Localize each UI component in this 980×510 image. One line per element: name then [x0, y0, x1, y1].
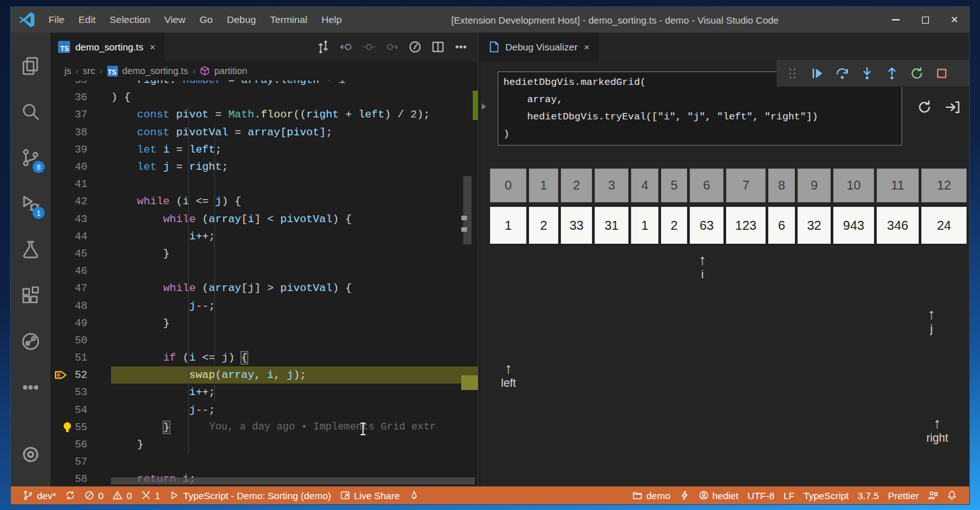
timer-button[interactable]	[406, 39, 423, 56]
activity-explorer[interactable]	[15, 43, 46, 89]
gutter[interactable]: 41	[50, 176, 111, 193]
ellipsis-button[interactable]	[452, 39, 469, 56]
menu-file[interactable]: File	[41, 7, 71, 33]
activity-run-and-debug[interactable]: 1	[15, 181, 46, 227]
code-line-44[interactable]: 44 i++;	[50, 228, 478, 245]
code-line-55[interactable]: 55 }You, a day ago • Implements Grid ext…	[50, 419, 478, 436]
gutter[interactable]: 49	[50, 315, 111, 332]
status-workspace[interactable]: demo	[628, 490, 675, 501]
gutter[interactable]: 37	[50, 106, 111, 123]
gutter[interactable]: 57	[50, 453, 111, 470]
menu-debug[interactable]: Debug	[219, 7, 263, 33]
tab-close-icon[interactable]: ×	[149, 41, 157, 52]
tab-demo-sorting[interactable]: TS demo_sorting.ts ×	[50, 33, 165, 61]
horizontal-scrollbar[interactable]	[111, 477, 475, 484]
scrollbar-grip[interactable]	[461, 216, 467, 220]
split-editor-button[interactable]	[429, 39, 446, 56]
activity-settings[interactable]	[15, 431, 46, 477]
compare-button[interactable]	[315, 39, 331, 56]
menu-view[interactable]: View	[157, 7, 192, 33]
menu-selection[interactable]: Selection	[103, 7, 158, 33]
menu-go[interactable]: Go	[193, 7, 220, 33]
status-feedback[interactable]	[923, 490, 942, 500]
code-line-49[interactable]: 49 }	[50, 315, 478, 332]
gutter[interactable]: 43	[50, 211, 111, 228]
menu-edit[interactable]: Edit	[71, 7, 103, 33]
gutter[interactable]: 53	[50, 384, 111, 401]
code-line-52[interactable]: 52 swap(array, i, j);	[50, 366, 478, 384]
code-line-35[interactable]: 35 right: number = array.length - 1	[50, 80, 478, 89]
gripper-button[interactable]	[783, 64, 802, 83]
status-formatter[interactable]: Prettier	[884, 490, 923, 501]
gutter[interactable]: 39	[50, 141, 111, 158]
gutter[interactable]: 35	[50, 80, 111, 89]
step-forward-button[interactable]	[383, 39, 400, 56]
step-back-button[interactable]	[338, 39, 354, 56]
status-live-share[interactable]: Live Share	[336, 490, 405, 501]
activity-debug-visualizer[interactable]	[15, 319, 46, 364]
code-line-48[interactable]: 48 j--;	[50, 297, 478, 314]
gutter[interactable]: 42	[50, 193, 111, 210]
maximize-button[interactable]	[910, 7, 940, 33]
gutter[interactable]: 52	[50, 366, 111, 384]
close-button[interactable]: ✕	[940, 7, 969, 33]
gutter[interactable]: 45	[50, 245, 111, 262]
code-line-45[interactable]: 45 }	[50, 245, 478, 262]
gutter[interactable]: 44	[50, 228, 111, 245]
status-warnings[interactable]: 0	[108, 490, 136, 501]
code-line-54[interactable]: 54 j--;	[50, 401, 478, 419]
scrollbar-grip[interactable]	[461, 227, 467, 232]
code-line-37[interactable]: 37 const pivot = Math.floor((right + lef…	[50, 106, 478, 123]
status-debug-config[interactable]: TypeScript - Demo: Sorting (demo)	[165, 490, 336, 501]
step-out-button[interactable]	[882, 64, 902, 83]
minimize-button[interactable]	[881, 7, 910, 33]
breadcrumb-item[interactable]: src	[83, 66, 95, 76]
status-errors[interactable]: 0	[80, 490, 108, 501]
code-line-41[interactable]: 41	[50, 176, 478, 193]
code-line-53[interactable]: 53 i++;	[50, 384, 478, 401]
breadcrumb-item[interactable]: partition	[214, 66, 248, 76]
activity-source-control[interactable]: 8	[15, 135, 46, 181]
gutter[interactable]: 56	[50, 436, 111, 453]
gutter[interactable]: 36	[50, 89, 111, 106]
gutter[interactable]: 48	[50, 297, 111, 314]
code-line-46[interactable]: 46	[50, 262, 478, 280]
status-sync[interactable]	[61, 490, 80, 500]
activity-extensions[interactable]	[15, 273, 46, 319]
menu-terminal[interactable]: Terminal	[263, 7, 315, 33]
breadcrumb[interactable]: js›src›TSdemo_sorting.ts›partition	[50, 61, 478, 80]
gutter[interactable]: 46	[50, 262, 111, 280]
tab-close-icon[interactable]: ×	[583, 41, 591, 52]
step-over-button[interactable]	[833, 64, 852, 83]
gutter[interactable]: 55	[50, 419, 111, 436]
activity-more-views[interactable]	[15, 364, 46, 410]
vertical-scrollbar[interactable]	[463, 176, 471, 244]
circle-dash-button[interactable]	[360, 39, 377, 56]
code-line-43[interactable]: 43 while (array[i] < pivotVal) {	[50, 211, 478, 228]
stop-button[interactable]	[932, 64, 951, 83]
expand-input-arrow-icon[interactable]	[482, 103, 486, 110]
activity-test[interactable]	[15, 227, 46, 273]
status-encoding[interactable]: UTF-8	[743, 490, 779, 501]
status-language[interactable]: TypeScript	[799, 490, 853, 501]
gutter[interactable]: 51	[50, 349, 111, 366]
step-into-button[interactable]	[858, 64, 877, 83]
status-tasks[interactable]: 1	[137, 490, 165, 501]
activity-search[interactable]	[15, 89, 46, 135]
code-line-40[interactable]: 40 let j = right;	[50, 158, 478, 176]
gutter[interactable]: 58	[50, 470, 111, 486]
gutter[interactable]: 40	[50, 158, 111, 176]
tab-debug-visualizer[interactable]: Debug Visualizer ×	[480, 33, 598, 61]
code-editor[interactable]: 35 right: number = array.length - 136) {…	[50, 80, 478, 486]
refresh-button[interactable]	[917, 100, 933, 116]
code-line-56[interactable]: 56 }	[50, 436, 478, 453]
status-eol[interactable]: LF	[779, 490, 799, 501]
status-branch[interactable]: dev*	[19, 490, 61, 501]
gutter[interactable]: 47	[50, 280, 111, 297]
gutter[interactable]: 50	[50, 332, 111, 349]
code-line-39[interactable]: 39 let i = left;	[50, 141, 478, 158]
code-line-51[interactable]: 51 if (i <= j) {	[50, 349, 478, 366]
continue-button[interactable]	[808, 64, 827, 83]
gutter[interactable]: 38	[50, 124, 111, 141]
code-line-47[interactable]: 47 while (array[j] > pivotVal) {	[50, 280, 478, 297]
